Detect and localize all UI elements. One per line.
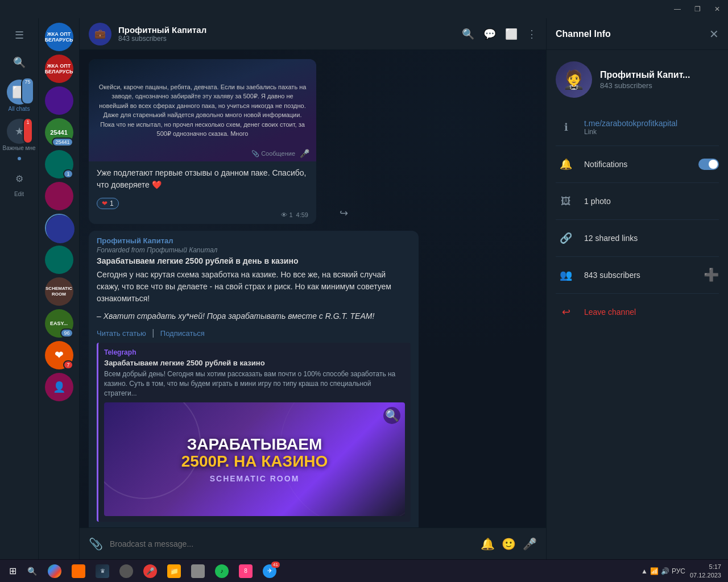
list-item[interactable] xyxy=(45,182,73,210)
subscribers-content: 843 subscribers xyxy=(584,271,696,280)
shared-links-icon: 🔗 xyxy=(556,228,576,248)
telegraph-preview: Telegraph Зарабатываем легкие 2500 рубле… xyxy=(97,343,411,522)
taskbar-app3[interactable] xyxy=(115,560,138,582)
bell-icon: 🔔 xyxy=(556,154,576,174)
chat-header-actions: 🔍 💬 ⬜ ⋮ xyxy=(462,28,537,40)
taskbar-kinemaster[interactable]: 8 xyxy=(234,560,257,582)
titlebar: — ❐ ✕ xyxy=(0,0,728,18)
attachment-button[interactable]: 📎 xyxy=(89,537,103,551)
emoji-button[interactable]: 🙂 xyxy=(502,537,516,551)
casino-image: 🔍 ЗАРАБАТЫВАЕМ 2500Р. НА КАЗИНО SCHEMATI… xyxy=(104,402,405,516)
notifications-row[interactable]: 🔔 Notifications xyxy=(556,146,719,183)
steam-icon: ♛ xyxy=(96,564,109,578)
channel-name: Профитный Капит... xyxy=(600,70,690,80)
read-article-link[interactable]: Читать статью xyxy=(97,329,146,338)
list-item[interactable]: ЖКА ОПТ БЕЛАРУСЬ xyxy=(45,23,73,51)
message-sender: Профитный Капитал xyxy=(97,236,411,245)
layout-button[interactable]: ⬜ xyxy=(505,28,518,40)
all-chats-badge: 75 xyxy=(21,77,34,105)
channel-info-header: Channel Info ✕ xyxy=(547,18,728,50)
maximize-button[interactable]: ❐ xyxy=(691,4,704,14)
cta-text: – Хватит страдать ху*ней! Пора зарабатыв… xyxy=(97,310,411,322)
notifications-label: Notifications xyxy=(584,160,690,169)
close-button[interactable]: ✕ xyxy=(711,4,723,14)
bell-button[interactable]: 🔔 xyxy=(481,537,495,551)
list-item[interactable] xyxy=(45,246,73,274)
list-item[interactable]: EASY... 96 xyxy=(45,309,73,338)
unread-badge: 96 xyxy=(60,329,73,338)
mic-button[interactable]: 🎤 xyxy=(523,537,537,551)
search-chat-button[interactable]: 🔍 xyxy=(462,28,474,40)
list-item[interactable]: SCHEMATIC ROOM xyxy=(45,277,73,306)
app-body: ☰ 🔍 ⬜ 75 All chats ★ 1 Важные мне ⚙ Edit xyxy=(0,18,728,559)
close-channel-info-button[interactable]: ✕ xyxy=(709,27,719,41)
taskbar-search-button[interactable]: 🔍 xyxy=(23,562,41,580)
message-time: 4:59 xyxy=(296,211,308,218)
taskbar-app5[interactable] xyxy=(187,560,209,582)
media-thumbnail: Окейси, кароче пацаны, ребята, девчата. … xyxy=(89,59,316,161)
view-count: 👁 1 xyxy=(281,211,292,218)
photo-icon: 🖼 xyxy=(556,191,576,211)
edit-button[interactable]: ⚙ Edit xyxy=(5,164,34,199)
minimize-button[interactable]: — xyxy=(671,4,684,14)
tray-volume: 🔊 xyxy=(661,567,669,575)
preview-source: Telegraph xyxy=(104,348,405,356)
message-input[interactable] xyxy=(110,539,474,548)
taskbar-clock[interactable]: 5:17 07.12.2023 xyxy=(690,563,721,579)
channel-info-body: 🤵 Профитный Капит... 843 subscribers ℹ t… xyxy=(547,50,728,559)
chat-header-info: Профитный Капитал 843 subscribers xyxy=(118,25,455,43)
channel-profile: 🤵 Профитный Капит... 843 subscribers xyxy=(556,61,719,98)
app4-icon: 🎤 xyxy=(143,564,157,578)
leave-channel-row[interactable]: ↩ Leave channel xyxy=(556,294,719,330)
important-icon: ★ 1 xyxy=(7,119,32,144)
unread-badge: 7 xyxy=(63,360,73,369)
message-body: Сегодня у нас крутая схема заработка на … xyxy=(97,269,411,305)
taskbar-spotify[interactable]: ♪ xyxy=(210,560,233,582)
voice-button[interactable]: 💬 xyxy=(483,28,496,40)
preview-title: Зарабатываем легкие 2500 рублей в казино xyxy=(104,359,405,367)
link-url: t.me/zarabotokprofitkapital xyxy=(584,119,719,128)
chat-title: Профитный Капитал xyxy=(118,25,455,35)
shared-links-row[interactable]: 🔗 12 shared links xyxy=(556,220,719,257)
more-button[interactable]: ⋮ xyxy=(527,28,537,40)
notifications-toggle[interactable] xyxy=(698,159,719,170)
add-member-button[interactable]: ➕ xyxy=(704,268,719,282)
chat-subtitle: 843 subscribers xyxy=(118,35,455,43)
subscribers-row[interactable]: 👥 843 subscribers ➕ xyxy=(556,257,719,294)
shared-links-content: 12 shared links xyxy=(584,234,719,243)
list-item[interactable]: 👤 xyxy=(45,373,73,401)
important-button[interactable]: ★ 1 Важные мне xyxy=(1,117,38,153)
list-item-active[interactable] xyxy=(45,214,73,242)
photos-row[interactable]: 🖼 1 photo xyxy=(556,183,719,220)
list-item[interactable]: ЖКА ОПТ БЕЛАРУСЬ xyxy=(45,55,73,83)
channel-profile-info: Профитный Капит... 843 subscribers xyxy=(600,70,690,90)
channel-link-row[interactable]: ℹ t.me/zarabotokprofitkapital Link xyxy=(556,109,719,146)
spotify-icon: ♪ xyxy=(215,564,229,578)
all-chats-button[interactable]: ⬜ 75 All chats xyxy=(5,77,34,114)
taskbar-app4[interactable]: 🎤 xyxy=(139,560,162,582)
taskbar-chrome[interactable] xyxy=(43,560,66,582)
channel-info-panel: Channel Info ✕ 🤵 Профитный Капит... 843 … xyxy=(546,18,728,559)
reaction-badge[interactable]: ❤1 xyxy=(97,198,119,209)
subscribers-icon: 👥 xyxy=(556,265,576,285)
chat-list-panel: ЖКА ОПТ БЕЛАРУСЬ ЖКА ОПТ БЕЛАРУСЬ 25441 … xyxy=(39,18,80,559)
hamburger-menu-button[interactable]: ☰ xyxy=(7,23,32,48)
tray-arrow[interactable]: ▲ xyxy=(641,567,648,575)
list-item[interactable]: 1 xyxy=(45,150,73,178)
taskbar-telegram[interactable]: ✈ 41 xyxy=(258,560,281,582)
list-item[interactable]: 25441 25441 xyxy=(45,118,73,147)
message-group-2: Профитный Капитал Forwarded from Профитн… xyxy=(89,231,537,527)
taskbar-steam[interactable]: ♛ xyxy=(91,560,114,582)
channel-info-title: Channel Info xyxy=(556,29,611,39)
taskbar-files[interactable]: 📁 xyxy=(163,560,185,582)
list-item[interactable] xyxy=(45,86,73,115)
list-item[interactable]: ❤ 7 xyxy=(45,341,73,369)
subscribe-link[interactable]: Подписаться xyxy=(160,329,205,338)
clock-date: 07.12.2023 xyxy=(690,571,721,579)
telegram-badge: 41 xyxy=(271,562,280,568)
forward-button[interactable]: ↪ xyxy=(340,207,348,219)
sidebar-search-button[interactable]: 🔍 xyxy=(7,50,32,75)
taskbar-app2[interactable] xyxy=(67,560,90,582)
link-sub: Link xyxy=(584,128,719,136)
start-button[interactable]: ⊞ xyxy=(2,561,23,581)
